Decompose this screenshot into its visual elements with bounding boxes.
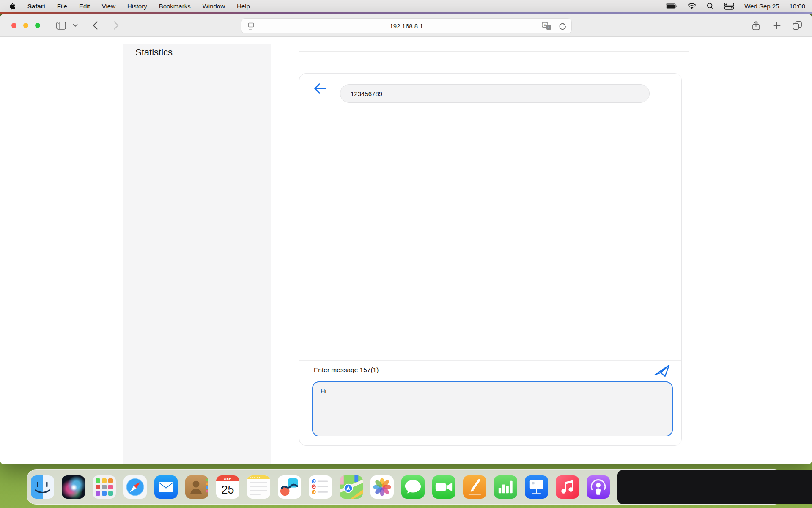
dock-facetime-icon[interactable] — [432, 475, 455, 499]
sms-conversation-panel: Enter message 157(1) Hi — [299, 73, 682, 446]
sms-header — [299, 74, 681, 104]
dock-podcasts-icon[interactable] — [587, 475, 610, 499]
minimize-window-button[interactable] — [23, 23, 28, 28]
siri-orb — [62, 475, 85, 499]
compose-label: Enter message 157(1) — [314, 366, 379, 374]
recipient-number-input[interactable] — [340, 85, 649, 102]
apple-menu-icon[interactable] — [9, 2, 16, 10]
browser-toolbar: 192.168.8.1 A* — [0, 14, 812, 37]
address-bar[interactable]: 192.168.8.1 A* — [241, 18, 572, 33]
dock-numbers-icon[interactable] — [494, 475, 517, 499]
calendar-day: 25 — [216, 481, 239, 499]
menu-app-name[interactable]: Safari — [27, 3, 45, 10]
dock-mail-icon[interactable] — [154, 475, 178, 499]
menu-window[interactable]: Window — [203, 3, 225, 10]
router-sidebar: Statistics — [123, 44, 271, 464]
share-icon[interactable] — [749, 14, 762, 37]
page-header-divider — [0, 44, 812, 44]
battery-icon[interactable] — [666, 3, 677, 9]
dock-messages-icon[interactable] — [401, 475, 425, 499]
control-center-icon[interactable] — [724, 3, 734, 10]
dock-pages-icon[interactable] — [463, 475, 486, 499]
calendar-month: SEP — [216, 475, 239, 481]
sidebar-item-statistics[interactable]: Statistics — [123, 44, 271, 58]
tab-overview-icon[interactable] — [790, 14, 804, 37]
menu-help[interactable]: Help — [237, 3, 250, 10]
reload-icon[interactable] — [559, 22, 566, 32]
menubar-clock[interactable]: 10:00 — [789, 3, 805, 10]
dock-freeform-icon[interactable] — [278, 475, 301, 499]
dock: SEP 25 — [27, 469, 784, 505]
svg-text:A: A — [544, 23, 546, 27]
safari-window: 192.168.8.1 A* Statistics — [0, 14, 812, 464]
dock-finder-icon[interactable] — [31, 475, 54, 499]
dock-launchpad-icon[interactable] — [93, 475, 116, 499]
menu-history[interactable]: History — [127, 3, 147, 10]
back-nav-button[interactable] — [90, 14, 101, 37]
dock-notes-icon[interactable] — [247, 475, 270, 499]
spotlight-icon[interactable] — [707, 3, 714, 10]
menu-edit[interactable]: Edit — [79, 3, 90, 10]
dock-photos-icon[interactable] — [370, 475, 394, 499]
dock-reminders-icon[interactable] — [309, 475, 332, 499]
forward-nav-button[interactable] — [111, 14, 122, 37]
zoom-window-button[interactable] — [35, 23, 40, 28]
dock-contacts-icon[interactable] — [185, 475, 208, 499]
menu-bookmarks[interactable]: Bookmarks — [159, 3, 191, 10]
wifi-icon[interactable] — [687, 3, 697, 9]
send-message-icon[interactable] — [653, 363, 670, 378]
message-thread-area — [299, 104, 681, 360]
dock-siri-icon[interactable] — [62, 475, 85, 499]
menu-view[interactable]: View — [102, 3, 115, 10]
close-window-button[interactable] — [11, 23, 16, 28]
message-text-input[interactable]: Hi — [312, 381, 673, 436]
new-tab-icon[interactable] — [771, 14, 783, 37]
dock-music-icon[interactable] — [556, 475, 579, 499]
translate-icon[interactable]: A* — [542, 22, 552, 32]
dock-keynote-icon[interactable] — [525, 475, 548, 499]
menubar-date[interactable]: Wed Sep 25 — [744, 3, 779, 10]
menu-file[interactable]: File — [57, 3, 67, 10]
dock-calendar-icon[interactable]: SEP 25 — [216, 475, 239, 499]
back-arrow-icon[interactable] — [313, 82, 327, 95]
content-top-divider — [299, 51, 689, 52]
dock-appletv-icon[interactable]: tv — [617, 470, 812, 504]
sidebar-toggle-icon[interactable] — [54, 14, 68, 37]
recipient-number-field[interactable] — [340, 84, 650, 103]
launchpad-grid — [93, 475, 116, 499]
menu-bar: Safari File Edit View History Bookmarks … — [0, 0, 812, 12]
compose-section: Enter message 157(1) Hi — [299, 360, 681, 445]
sidebar-chevron-icon[interactable] — [71, 14, 80, 37]
dock-maps-icon[interactable] — [340, 475, 363, 499]
dock-safari-icon[interactable] — [123, 475, 147, 499]
url-input[interactable]: 192.168.8.1 — [241, 22, 571, 30]
